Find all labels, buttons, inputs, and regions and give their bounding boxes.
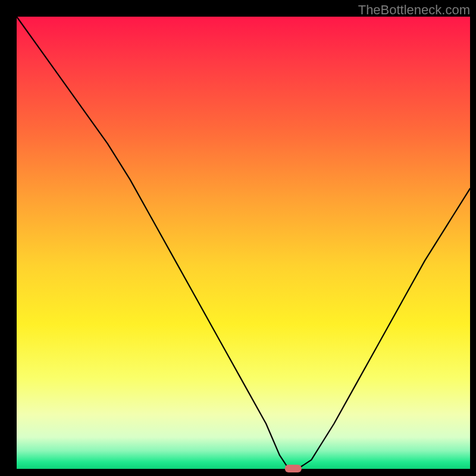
- watermark-text: TheBottleneck.com: [358, 2, 470, 18]
- bottleneck-chart: TheBottleneck.com: [0, 0, 476, 476]
- plot-background: [17, 17, 470, 469]
- chart-svg: [0, 0, 476, 476]
- optimal-marker: [285, 465, 302, 472]
